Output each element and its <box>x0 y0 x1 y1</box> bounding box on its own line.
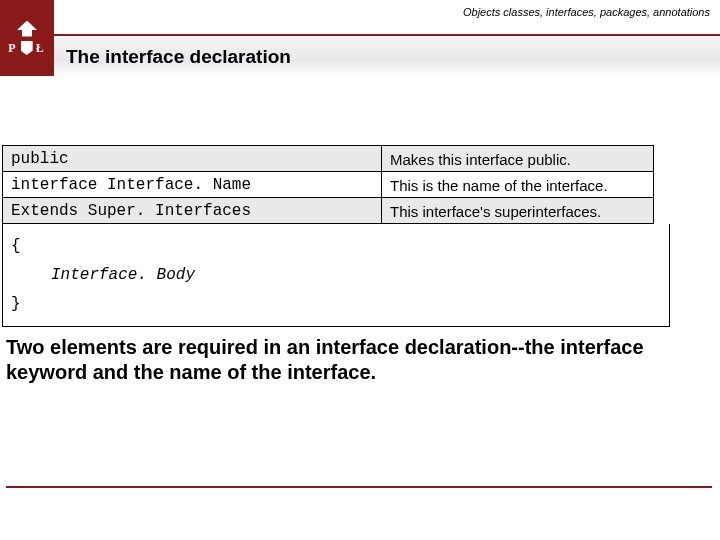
logo-letters: P Ł <box>8 41 45 56</box>
header-rule <box>54 34 720 36</box>
summary-paragraph: Two elements are required in an interfac… <box>6 335 712 385</box>
declaration-table: public Makes this interface public. inte… <box>2 145 654 224</box>
logo-letter-right: Ł <box>36 41 46 56</box>
logo-letter-left: P <box>8 41 17 56</box>
interface-body-block: { Interface. Body } <box>2 224 670 327</box>
breadcrumb: Objects classes, interfaces, packages, a… <box>463 6 710 18</box>
description-cell: This interface's superinterfaces. <box>382 198 654 224</box>
description-cell: Makes this interface public. <box>382 146 654 172</box>
code-cell: public <box>3 146 382 172</box>
table-row: Extends Super. Interfaces This interface… <box>3 198 654 224</box>
interface-body-text: Interface. Body <box>11 261 661 290</box>
code-cell: Extends Super. Interfaces <box>3 198 382 224</box>
logo: P Ł <box>0 0 54 76</box>
title-bar: The interface declaration <box>54 37 720 76</box>
description-cell: This is the name of the interface. <box>382 172 654 198</box>
brace-open: { <box>11 232 661 261</box>
shield-icon <box>21 41 33 55</box>
code-cell: interface Interface. Name <box>3 172 382 198</box>
slide: P Ł Objects classes, interfaces, package… <box>0 0 720 540</box>
content: public Makes this interface public. inte… <box>0 145 720 327</box>
eagle-icon <box>17 21 37 37</box>
footer-rule <box>6 486 712 488</box>
table-row: interface Interface. Name This is the na… <box>3 172 654 198</box>
page-title: The interface declaration <box>66 46 291 68</box>
header: P Ł Objects classes, interfaces, package… <box>0 0 720 76</box>
brace-close: } <box>11 290 661 319</box>
table-row: public Makes this interface public. <box>3 146 654 172</box>
